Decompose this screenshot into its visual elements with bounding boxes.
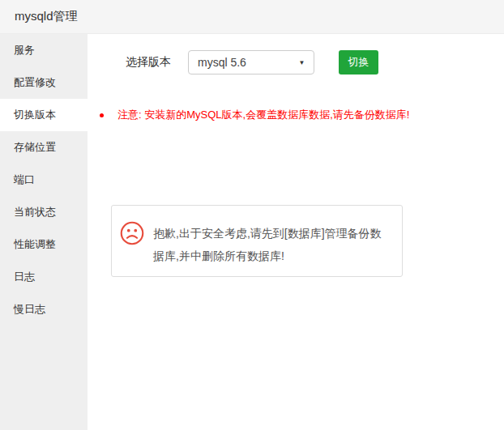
- sidebar-item-label: 当前状态: [14, 206, 56, 218]
- page-title: mysqld管理: [15, 9, 78, 24]
- sidebar-item-port[interactable]: 端口: [0, 164, 88, 196]
- sidebar-item-slow-log[interactable]: 慢日志: [0, 293, 88, 326]
- sidebar-item-current-status[interactable]: 当前状态: [0, 196, 88, 228]
- sidebar: 服务 配置修改 切换版本 存储位置 端口 当前状态 性能调整 日志: [0, 34, 88, 430]
- sidebar-item-label: 配置修改: [14, 76, 56, 88]
- sidebar-item-service[interactable]: 服务: [0, 34, 88, 66]
- version-select-wrap: mysql 5.6 ▼: [188, 50, 314, 75]
- bullet-icon: [100, 113, 104, 117]
- sidebar-item-log[interactable]: 日志: [0, 261, 88, 293]
- warning-note: 注意: 安装新的MySQL版本,会覆盖数据库数据,请先备份数据库!: [100, 108, 409, 122]
- version-row: 选择版本 mysql 5.6 ▼ 切换: [126, 50, 378, 75]
- sidebar-item-label: 存储位置: [14, 141, 56, 153]
- sad-face-icon: [120, 221, 144, 245]
- switch-button[interactable]: 切换: [339, 50, 378, 75]
- sidebar-item-storage-location[interactable]: 存储位置: [0, 131, 88, 164]
- sidebar-item-label: 慢日志: [14, 303, 45, 315]
- version-select[interactable]: mysql 5.6: [188, 50, 314, 75]
- warning-text: 注意: 安装新的MySQL版本,会覆盖数据库数据,请先备份数据库!: [117, 108, 409, 122]
- sidebar-item-label: 服务: [14, 44, 35, 56]
- main-content: 选择版本 mysql 5.6 ▼ 切换 注意: 安装新的MySQL版本,会覆盖数…: [88, 34, 504, 430]
- security-notice-box: 抱歉,出于安全考虑,请先到[数据库]管理备份数据库,并中删除所有数据库!: [111, 205, 403, 277]
- sidebar-item-switch-version[interactable]: 切换版本: [0, 99, 88, 131]
- sidebar-item-label: 切换版本: [14, 109, 56, 121]
- mysqld-manager-window: mysqld管理 服务 配置修改 切换版本 存储位置 端口 当前状态 性能调整: [0, 0, 504, 430]
- sidebar-item-label: 端口: [14, 173, 35, 185]
- sidebar-item-label: 日志: [14, 270, 35, 283]
- window-title-bar: mysqld管理: [0, 0, 504, 34]
- version-select-label: 选择版本: [126, 55, 171, 70]
- sidebar-item-performance-tuning[interactable]: 性能调整: [0, 228, 88, 261]
- notice-text: 抱歉,出于安全考虑,请先到[数据库]管理备份数据库,并中删除所有数据库!: [153, 221, 391, 267]
- sidebar-item-label: 性能调整: [14, 238, 56, 250]
- sidebar-item-config-edit[interactable]: 配置修改: [0, 66, 88, 99]
